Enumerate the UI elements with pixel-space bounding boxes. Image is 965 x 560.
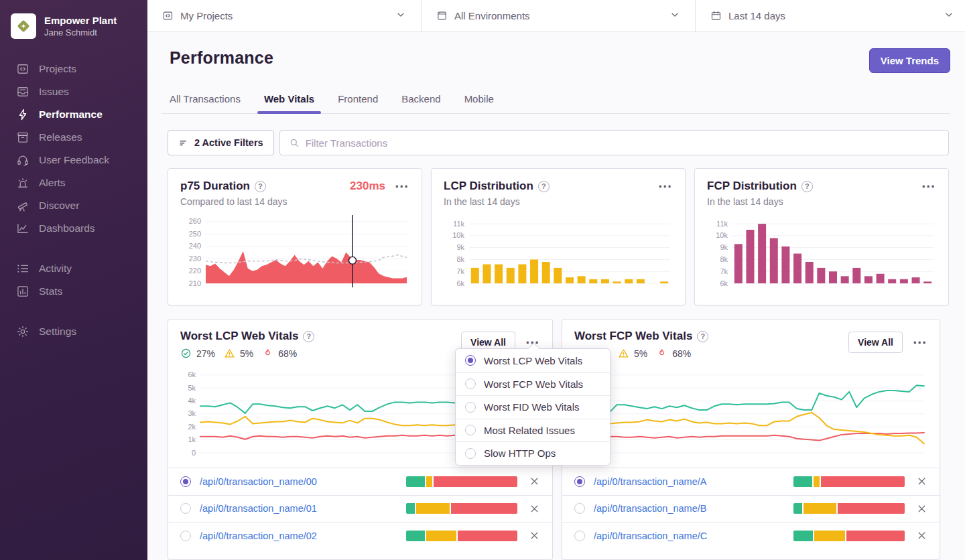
radio-button[interactable] xyxy=(465,448,476,459)
sidebar-item-issues[interactable]: Issues xyxy=(0,80,147,103)
poor-percent: 68% xyxy=(278,348,297,359)
sidebar-item-activity[interactable]: Activity xyxy=(0,257,147,280)
sidebar-item-dashboards[interactable]: Dashboards xyxy=(0,217,147,240)
app-root: Empower Plant Jane Schmidt Projects Issu… xyxy=(0,0,965,560)
warning-triangle-icon xyxy=(224,348,235,359)
more-options-icon[interactable]: ⋯ xyxy=(658,183,673,190)
more-options-icon[interactable]: ⋯ xyxy=(921,183,936,190)
transaction-link[interactable]: /api/0/transaction_name/B xyxy=(594,503,706,514)
svg-text:230: 230 xyxy=(189,255,201,263)
meh-percent: 5% xyxy=(240,348,253,359)
card-subtitle: In the last 14 days xyxy=(707,196,936,207)
check-circle-icon xyxy=(180,348,192,359)
transaction-link[interactable]: /api/0/transaction_name/01 xyxy=(200,503,317,514)
sidebar-item-stats[interactable]: Stats xyxy=(0,280,147,303)
radio-button[interactable] xyxy=(180,476,191,487)
menu-item[interactable]: Worst LCP Web Vitals xyxy=(456,349,610,372)
close-icon[interactable] xyxy=(529,503,540,514)
menu-item[interactable]: Slow HTTP Ops xyxy=(456,441,610,465)
sidebar-item-settings[interactable]: Settings xyxy=(0,320,147,343)
tab-mobile[interactable]: Mobile xyxy=(456,88,502,113)
poor-percent: 68% xyxy=(672,348,691,359)
radio-button[interactable] xyxy=(574,531,585,541)
page-header: Performance View Trends All Transactions… xyxy=(147,32,965,114)
p75-value: 230ms xyxy=(350,180,385,193)
card-title: Worst FCP Web Vitals xyxy=(574,330,692,343)
sidebar: Empower Plant Jane Schmidt Projects Issu… xyxy=(0,0,147,560)
sidebar-item-releases[interactable]: Releases xyxy=(0,126,147,149)
releases-icon xyxy=(16,131,29,144)
menu-item[interactable]: Worst FCP Web Vitals xyxy=(456,372,610,396)
close-icon[interactable] xyxy=(916,503,927,514)
gear-icon xyxy=(16,325,29,338)
more-options-icon[interactable]: ⋯ xyxy=(395,183,409,190)
org-name: Empower Plant xyxy=(44,15,117,27)
search-input[interactable] xyxy=(306,137,940,149)
transaction-link[interactable]: /api/0/transaction_name/A xyxy=(594,476,706,487)
close-icon[interactable] xyxy=(916,530,927,541)
help-icon[interactable]: ? xyxy=(303,331,314,342)
vitals-distribution-bar xyxy=(793,503,905,514)
tab-web-vitals[interactable]: Web Vitals xyxy=(256,88,322,113)
close-icon[interactable] xyxy=(916,476,927,487)
view-all-button[interactable]: View All xyxy=(848,332,903,353)
sidebar-item-projects[interactable]: Projects xyxy=(0,58,147,80)
table-row: /api/0/transaction_name/C xyxy=(562,522,940,549)
search-icon xyxy=(289,137,300,148)
radio-button[interactable] xyxy=(465,402,476,413)
help-icon[interactable]: ? xyxy=(801,181,813,192)
radio-button[interactable] xyxy=(574,476,585,487)
svg-text:9k: 9k xyxy=(456,243,464,251)
sidebar-item-performance[interactable]: Performance xyxy=(0,103,147,126)
radio-button[interactable] xyxy=(465,425,476,435)
project-filter-label: My Projects xyxy=(180,10,389,21)
transaction-link[interactable]: /api/0/transaction_name/00 xyxy=(200,476,317,487)
transaction-link[interactable]: /api/0/transaction_name/C xyxy=(594,531,707,541)
lcp-distribution-card: LCP Distribution ? ⋯ In the last 14 days… xyxy=(431,168,686,305)
sidebar-item-user-feedback[interactable]: User Feedback xyxy=(0,149,147,171)
close-icon[interactable] xyxy=(529,530,540,541)
menu-item[interactable]: Most Related Issues xyxy=(456,419,610,442)
environment-filter-dropdown[interactable]: All Environments xyxy=(422,0,696,31)
menu-item-label: Slow HTTP Ops xyxy=(484,447,556,459)
radio-button[interactable] xyxy=(465,355,476,366)
calendar-icon xyxy=(710,10,722,21)
radio-button[interactable] xyxy=(180,531,191,541)
sidebar-nav-footer: Settings xyxy=(0,320,147,343)
svg-text:250: 250 xyxy=(189,230,201,238)
org-switcher[interactable]: Empower Plant Jane Schmidt xyxy=(0,9,147,51)
vitals-distribution-bar xyxy=(793,531,905,541)
svg-text:7k: 7k xyxy=(456,267,464,275)
help-icon[interactable]: ? xyxy=(538,181,550,192)
chevron-down-icon xyxy=(944,9,954,22)
date-range-label: Last 14 days xyxy=(728,10,937,21)
vitals-distribution-bar xyxy=(406,476,517,487)
chevron-down-icon xyxy=(669,9,680,22)
table-row: /api/0/transaction_name/01 xyxy=(168,495,552,522)
card-title: Worst LCP Web Vitals xyxy=(180,330,298,343)
table-row: /api/0/transaction_name/00 xyxy=(168,468,552,495)
transaction-link[interactable]: /api/0/transaction_name/02 xyxy=(200,531,317,541)
help-icon[interactable]: ? xyxy=(255,181,266,192)
tab-all-transactions[interactable]: All Transactions xyxy=(162,88,249,113)
sidebar-item-alerts[interactable]: Alerts xyxy=(0,171,147,194)
card-subtitle: In the last 14 days xyxy=(444,196,673,207)
view-trends-button[interactable]: View Trends xyxy=(869,48,950,73)
help-icon[interactable]: ? xyxy=(697,331,708,342)
list-icon xyxy=(16,262,29,275)
more-options-icon[interactable]: ⋯ xyxy=(913,339,927,346)
project-filter-dropdown[interactable]: My Projects xyxy=(147,0,422,31)
active-filters-button[interactable]: 2 Active Filters xyxy=(168,130,274,155)
tab-backend[interactable]: Backend xyxy=(393,88,448,113)
card-title: FCP Distribution xyxy=(707,180,797,193)
sidebar-item-discover[interactable]: Discover xyxy=(0,194,147,217)
radio-button[interactable] xyxy=(465,378,476,389)
close-icon[interactable] xyxy=(529,476,540,487)
radio-button[interactable] xyxy=(180,503,191,514)
tab-frontend[interactable]: Frontend xyxy=(330,88,386,113)
date-range-dropdown[interactable]: Last 14 days xyxy=(696,0,965,31)
menu-item[interactable]: Worst FID Web Vitals xyxy=(456,395,610,419)
radio-button[interactable] xyxy=(574,503,585,514)
transaction-list: /api/0/transaction_name/A/api/0/transact… xyxy=(562,468,940,549)
menu-item-label: Worst FCP Web Vitals xyxy=(484,378,583,390)
